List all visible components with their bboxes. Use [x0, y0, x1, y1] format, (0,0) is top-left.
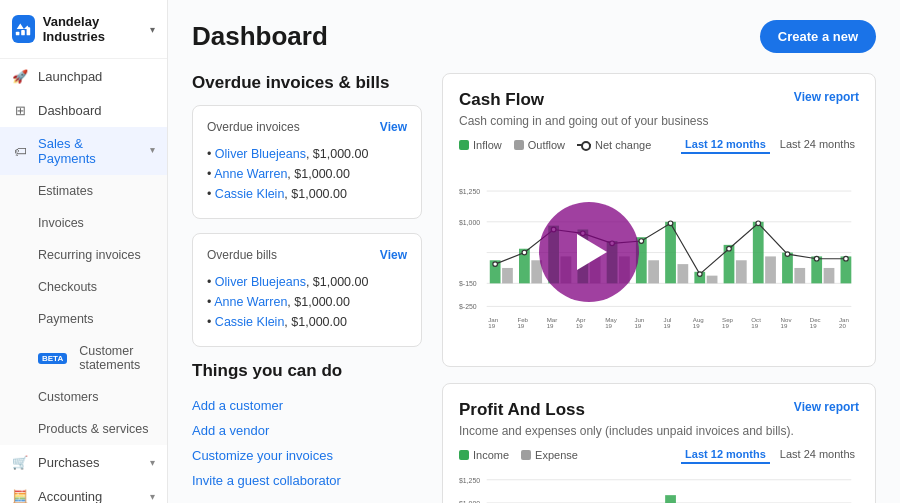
cashflow-legend: Inflow Outflow Net change [459, 139, 669, 151]
outflow-label: Outflow [528, 139, 565, 151]
sidebar-label-accounting: Accounting [38, 489, 140, 504]
purchases-chevron-icon: ▾ [150, 457, 155, 468]
svg-text:19: 19 [634, 322, 641, 329]
sidebar-label-customers: Customers [38, 390, 155, 404]
overdue-bills-title: Overdue bills [207, 248, 277, 262]
sales-chevron-icon: ▴ [150, 146, 155, 157]
svg-text:19: 19 [664, 322, 671, 329]
legend-income: Income [459, 449, 509, 461]
overdue-invoices-header: Overdue invoices View [207, 120, 407, 134]
sales-submenu: Estimates Invoices Recurring invoices Ch… [0, 175, 167, 445]
svg-point-49 [844, 256, 849, 261]
legend-inflow: Inflow [459, 139, 502, 151]
cashflow-period-12m[interactable]: Last 12 months [681, 136, 770, 154]
sidebar-item-checkouts[interactable]: Checkouts [0, 271, 167, 303]
things-todo-section: Things you can do Add a customer Add a v… [192, 361, 422, 493]
sidebar-item-sales-payments[interactable]: 🏷 Sales & Payments ▴ [0, 127, 167, 175]
profit-loss-period-12m[interactable]: Last 12 months [681, 446, 770, 464]
beta-badge: BETA [38, 353, 67, 364]
accounting-chevron-icon: ▾ [150, 491, 155, 502]
svg-rect-31 [677, 264, 688, 283]
sidebar-item-recurring-invoices[interactable]: Recurring invoices [0, 239, 167, 271]
invite-collaborator-link[interactable]: Invite a guest collaborator [192, 468, 422, 493]
invoice-name-3[interactable]: Cassie Klein [215, 187, 284, 201]
cart-icon: 🛒 [12, 454, 28, 470]
cashflow-view-report-link[interactable]: View report [794, 90, 859, 104]
invoice-item-2: Anne Warren, $1,000.00 [207, 164, 407, 184]
svg-rect-34 [765, 256, 776, 283]
svg-rect-33 [736, 260, 747, 283]
invoice-amount-1: $1,000.00 [313, 147, 369, 161]
outflow-dot [514, 140, 524, 150]
customize-invoices-link[interactable]: Customize your invoices [192, 443, 422, 468]
overdue-bills-view-link[interactable]: View [380, 248, 407, 262]
cashflow-period-24m[interactable]: Last 24 months [776, 136, 859, 154]
profit-loss-section: Profit And Loss View report Income and e… [442, 383, 876, 503]
overdue-invoices-title: Overdue invoices [207, 120, 300, 134]
grid-icon: ⊞ [12, 102, 28, 118]
profit-loss-period-buttons: Last 12 months Last 24 months [681, 446, 859, 464]
main-content: Dashboard Create a new Overdue invoices … [168, 0, 900, 503]
create-new-button[interactable]: Create a new [760, 20, 876, 53]
bill-name-1[interactable]: Oliver Bluejeans [215, 275, 306, 289]
page-title: Dashboard [192, 21, 328, 52]
sidebar-item-dashboard[interactable]: ⊞ Dashboard [0, 93, 167, 127]
tag-icon: 🏷 [12, 143, 28, 159]
bill-name-3[interactable]: Cassie Klein [215, 315, 284, 329]
svg-text:19: 19 [751, 322, 758, 329]
svg-text:19: 19 [722, 322, 729, 329]
svg-rect-1 [22, 30, 26, 35]
svg-text:$1,250: $1,250 [459, 188, 480, 195]
company-logo[interactable]: Vandelay Industries ▾ [0, 0, 167, 59]
invoice-name-1[interactable]: Oliver Bluejeans [215, 147, 306, 161]
profit-loss-period-24m[interactable]: Last 24 months [776, 446, 859, 464]
profit-loss-legend: Income Expense [459, 449, 669, 461]
svg-text:19: 19 [576, 322, 583, 329]
svg-rect-30 [648, 260, 659, 283]
add-vendor-link[interactable]: Add a vendor [192, 418, 422, 443]
bill-name-2[interactable]: Anne Warren [214, 295, 287, 309]
svg-text:19: 19 [605, 322, 612, 329]
company-chevron-icon: ▾ [150, 24, 155, 35]
overdue-section-title: Overdue invoices & bills [192, 73, 422, 93]
video-play-button[interactable] [539, 202, 639, 302]
page-header: Dashboard Create a new [192, 20, 876, 53]
svg-text:19: 19 [810, 322, 817, 329]
sidebar-item-estimates[interactable]: Estimates [0, 175, 167, 207]
play-icon [577, 234, 607, 270]
sidebar-label-products: Products & services [38, 422, 155, 436]
sidebar-item-launchpad[interactable]: 🚀 Launchpad [0, 59, 167, 93]
cashflow-period-buttons: Last 12 months Last 24 months [681, 136, 859, 154]
profit-loss-view-report-link[interactable]: View report [794, 400, 859, 414]
rocket-icon: 🚀 [12, 68, 28, 84]
svg-rect-36 [824, 268, 835, 283]
sidebar-item-invoices[interactable]: Invoices [0, 207, 167, 239]
sidebar-item-customers[interactable]: Customers [0, 381, 167, 413]
overdue-invoices-view-link[interactable]: View [380, 120, 407, 134]
expense-label: Expense [535, 449, 578, 461]
invoice-item-3: Cassie Klein, $1,000.00 [207, 184, 407, 204]
svg-text:19: 19 [547, 322, 554, 329]
content-grid: Overdue invoices & bills Overdue invoice… [192, 73, 876, 503]
svg-text:$1,250: $1,250 [459, 477, 480, 484]
bill-item-3: Cassie Klein, $1,000.00 [207, 312, 407, 332]
invoice-amount-3: $1,000.00 [291, 187, 347, 201]
bill-item-2: Anne Warren, $1,000.00 [207, 292, 407, 312]
sidebar-item-purchases[interactable]: 🛒 Purchases ▾ [0, 445, 167, 479]
cashflow-chart-wrap: $1,250 $1,000 $-150 $-250 [459, 162, 859, 350]
sidebar-item-payments[interactable]: Payments [0, 303, 167, 335]
profit-loss-controls: Income Expense Last 12 months Last 24 mo… [459, 446, 859, 464]
svg-point-42 [639, 239, 644, 244]
svg-point-38 [522, 250, 527, 255]
add-customer-link[interactable]: Add a customer [192, 393, 422, 418]
svg-rect-25 [502, 268, 513, 283]
legend-outflow: Outflow [514, 139, 565, 151]
sidebar-item-products-services[interactable]: Products & services [0, 413, 167, 445]
overdue-invoices-card: Overdue invoices View Oliver Bluejeans, … [192, 105, 422, 219]
left-column: Overdue invoices & bills Overdue invoice… [192, 73, 422, 503]
sidebar-item-accounting[interactable]: 🧮 Accounting ▾ [0, 479, 167, 503]
sidebar-item-customer-statements[interactable]: BETA Customer statements [0, 335, 167, 381]
invoice-name-2[interactable]: Anne Warren [214, 167, 287, 181]
right-column: Cash Flow View report Cash coming in and… [442, 73, 876, 503]
sidebar-label-purchases: Purchases [38, 455, 140, 470]
